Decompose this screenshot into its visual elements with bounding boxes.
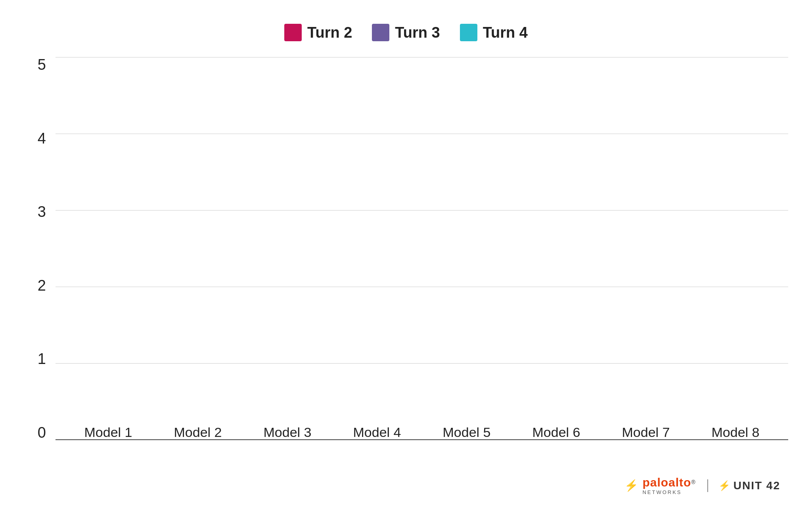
- model-label-2: Model 2: [174, 425, 222, 440]
- model-group-5: Model 5: [433, 419, 500, 440]
- legend-item-turn3: Turn 3: [372, 24, 440, 41]
- model-label-8: Model 8: [712, 425, 760, 440]
- model-group-6: Model 6: [523, 419, 590, 440]
- unit42-icon: ⚡: [718, 480, 730, 491]
- legend-label-turn2: Turn 2: [307, 24, 352, 41]
- y-label-5: 5: [38, 57, 46, 72]
- y-axis: 543210: [24, 57, 56, 468]
- legend-swatch-turn3: [372, 24, 389, 41]
- legend: Turn 2 Turn 3 Turn 4: [284, 24, 528, 41]
- model-label-3: Model 3: [264, 425, 312, 440]
- paloalto-brand: ⚡ paloalto® NETWORKS: [624, 476, 695, 495]
- y-label-3: 3: [38, 204, 46, 219]
- bars-row: Model 1Model 2Model 3Model 4Model 5Model…: [56, 57, 788, 440]
- model-group-4: Model 4: [344, 419, 410, 440]
- legend-label-turn3: Turn 3: [395, 24, 440, 41]
- y-label-0: 0: [38, 425, 46, 440]
- model-group-7: Model 7: [613, 419, 679, 440]
- model-group-3: Model 3: [254, 419, 321, 440]
- y-label-4: 4: [38, 131, 46, 146]
- model-group-2: Model 2: [165, 419, 231, 440]
- model-label-6: Model 6: [532, 425, 580, 440]
- grid-and-bars: Model 1Model 2Model 3Model 4Model 5Model…: [56, 57, 788, 468]
- y-label-2: 2: [38, 278, 46, 293]
- y-label-1: 1: [38, 351, 46, 366]
- legend-item-turn4: Turn 4: [460, 24, 528, 41]
- model-group-1: Model 1: [75, 419, 142, 440]
- unit42-label: UNIT 42: [733, 479, 780, 492]
- unit42-brand: ⚡ UNIT 42: [707, 479, 780, 492]
- legend-swatch-turn4: [460, 24, 477, 41]
- legend-swatch-turn2: [284, 24, 302, 41]
- model-label-4: Model 4: [353, 425, 401, 440]
- chart-area: 543210 Model 1Model 2Model 3Model 4Model…: [24, 57, 788, 468]
- model-label-7: Model 7: [622, 425, 670, 440]
- model-label-1: Model 1: [84, 425, 132, 440]
- model-label-5: Model 5: [443, 425, 491, 440]
- legend-label-turn4: Turn 4: [483, 24, 528, 41]
- chart-main: Model 1Model 2Model 3Model 4Model 5Model…: [56, 57, 788, 468]
- model-group-8: Model 8: [702, 419, 769, 440]
- branding: ⚡ paloalto® NETWORKS ⚡ UNIT 42: [24, 476, 788, 495]
- palo-text: paloalto® NETWORKS: [642, 476, 695, 495]
- legend-item-turn2: Turn 2: [284, 24, 352, 41]
- palo-icon: ⚡: [624, 479, 638, 492]
